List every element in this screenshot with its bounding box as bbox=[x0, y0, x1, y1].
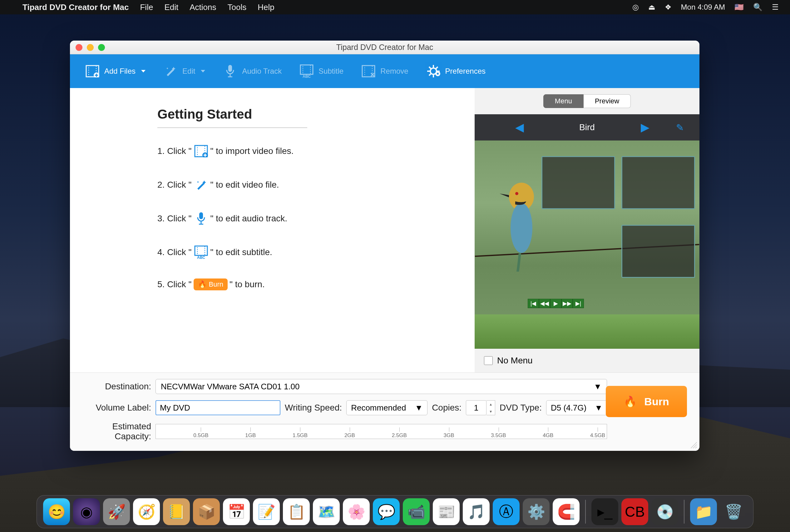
copies-input[interactable] bbox=[466, 400, 487, 415]
svg-rect-20 bbox=[195, 246, 207, 255]
dock-contacts[interactable]: 📒 bbox=[163, 498, 190, 525]
audio-track-label: Audio Track bbox=[242, 67, 282, 76]
dock-finder[interactable]: 😊 bbox=[43, 498, 70, 525]
minimize-button[interactable] bbox=[87, 44, 94, 51]
airplay-icon[interactable]: ⏏ bbox=[648, 3, 655, 12]
menu-edit[interactable]: Edit bbox=[164, 2, 178, 12]
clock[interactable]: Mon 4:09 AM bbox=[681, 3, 725, 12]
next-theme-button[interactable]: ▶ bbox=[641, 121, 650, 134]
menu-thumb-2[interactable] bbox=[621, 156, 695, 209]
menu-thumb-1[interactable] bbox=[542, 156, 615, 209]
copies-spinner[interactable]: ▲▼ bbox=[487, 400, 495, 415]
close-button[interactable] bbox=[76, 44, 82, 51]
prev-theme-button[interactable]: ◀ bbox=[515, 121, 524, 134]
titlebar[interactable]: Tipard DVD Creator for Mac bbox=[70, 41, 699, 54]
right-pane: Menu Preview ◀ Bird ▶ ✎ bbox=[475, 88, 699, 373]
spotlight-icon[interactable]: 🔍 bbox=[753, 3, 763, 12]
dock-appstore[interactable]: Ⓐ bbox=[493, 498, 520, 525]
last-button[interactable]: ▶| bbox=[573, 299, 584, 308]
zoom-button[interactable] bbox=[98, 44, 105, 51]
dock-app-2[interactable]: 🧲 bbox=[553, 498, 580, 525]
preferences-button[interactable]: Preferences bbox=[420, 64, 491, 79]
menu-help[interactable]: Help bbox=[258, 2, 274, 12]
menu-actions[interactable]: Actions bbox=[190, 2, 216, 12]
chevron-down-icon: ▼ bbox=[595, 403, 603, 413]
capacity-tick: 4GB bbox=[543, 432, 553, 439]
dock-settings[interactable]: ⚙️ bbox=[523, 498, 549, 525]
subtitle-icon: ABC bbox=[299, 64, 314, 79]
destination-select[interactable]: NECVMWar VMware SATA CD01 1.00 ▼ bbox=[155, 379, 607, 394]
dock-app-1[interactable]: 📦 bbox=[193, 498, 220, 525]
remove-button[interactable]: Remove bbox=[355, 64, 414, 79]
svg-point-26 bbox=[515, 192, 518, 195]
dock-siri[interactable]: ◉ bbox=[73, 498, 100, 525]
menu-file[interactable]: File bbox=[140, 2, 153, 12]
gs-step-1: 1. Click " " to import video files. bbox=[157, 144, 462, 158]
preferences-label: Preferences bbox=[445, 67, 486, 76]
gs-step-2: 2. Click " " to edit video file. bbox=[157, 177, 462, 192]
dock-reminders[interactable]: 📋 bbox=[283, 498, 310, 525]
dock-launchpad[interactable]: 🚀 bbox=[103, 498, 130, 525]
main-pane: Getting Started 1. Click " " to import v… bbox=[70, 88, 475, 373]
first-button[interactable]: |◀ bbox=[528, 299, 539, 308]
dock-downloads[interactable]: 📁 bbox=[690, 498, 717, 525]
tab-menu[interactable]: Menu bbox=[543, 94, 584, 108]
dock-app-3[interactable]: CB bbox=[621, 498, 648, 525]
subtitle-button[interactable]: ABC Subtitle bbox=[294, 64, 349, 79]
writing-speed-select[interactable]: Recommended▼ bbox=[346, 400, 428, 415]
menu-thumb-3[interactable] bbox=[621, 225, 695, 278]
add-files-label: Add Files bbox=[104, 67, 135, 76]
dock-terminal[interactable]: ▸_ bbox=[591, 498, 618, 525]
subtitle-icon: ABC bbox=[193, 245, 209, 260]
add-files-icon bbox=[85, 64, 100, 79]
dock-messages[interactable]: 💬 bbox=[373, 498, 400, 525]
capacity-tick: 3GB bbox=[444, 432, 454, 439]
menu-theme-nav: ◀ Bird ▶ ✎ bbox=[475, 114, 699, 140]
play-button[interactable]: ▶ bbox=[550, 299, 561, 308]
edit-button[interactable]: Edit bbox=[157, 64, 211, 79]
dock-separator bbox=[585, 500, 586, 524]
volume-label-input[interactable] bbox=[155, 400, 280, 415]
status-icon-1[interactable]: ◎ bbox=[632, 3, 639, 12]
capacity-tick: 1.5GB bbox=[293, 432, 307, 439]
capacity-tick: 4.5GB bbox=[590, 432, 605, 439]
copies-label: Copies: bbox=[432, 403, 462, 413]
dock-notes[interactable]: 📝 bbox=[253, 498, 280, 525]
dock-separator bbox=[684, 500, 684, 524]
resize-grip-icon[interactable] bbox=[690, 441, 698, 449]
add-files-button[interactable]: Add Files bbox=[79, 64, 151, 79]
no-menu-checkbox[interactable] bbox=[484, 356, 493, 365]
dock-safari[interactable]: 🧭 bbox=[133, 498, 160, 525]
dock-dvd-creator[interactable]: 💿 bbox=[651, 498, 678, 525]
add-files-icon bbox=[193, 144, 209, 158]
forward-button[interactable]: ▶▶ bbox=[561, 299, 573, 308]
menu-preview[interactable]: |◀ ◀◀ ▶ ▶▶ ▶| bbox=[475, 140, 699, 349]
svg-text:ABC: ABC bbox=[303, 74, 311, 78]
dock-calendar[interactable]: 📅 bbox=[223, 498, 250, 525]
dock-facetime[interactable]: 📹 bbox=[403, 498, 430, 525]
tab-preview[interactable]: Preview bbox=[584, 94, 631, 108]
audio-track-button[interactable]: Audio Track bbox=[217, 64, 287, 79]
rewind-button[interactable]: ◀◀ bbox=[539, 299, 550, 308]
capacity-tick: 3.5GB bbox=[491, 432, 506, 439]
dock-maps[interactable]: 🗺️ bbox=[313, 498, 340, 525]
dvd-type-select[interactable]: D5 (4.7G)▼ bbox=[546, 400, 607, 415]
capacity-bar: 0.5GB1GB1.5GB2GB2.5GB3GB3.5GB4GB4.5GB bbox=[155, 424, 607, 439]
no-menu-label: No Menu bbox=[497, 356, 533, 366]
dock-itunes[interactable]: 🎵 bbox=[463, 498, 490, 525]
dock-news[interactable]: 📰 bbox=[433, 498, 459, 525]
dock-photos[interactable]: 🌸 bbox=[343, 498, 370, 525]
dock-trash[interactable]: 🗑️ bbox=[720, 498, 747, 525]
menu-list-icon[interactable]: ☰ bbox=[772, 3, 779, 12]
app-menu[interactable]: Tipard DVD Creator for Mac bbox=[22, 2, 129, 12]
menu-tools[interactable]: Tools bbox=[227, 2, 246, 12]
flag-icon[interactable]: 🇺🇸 bbox=[734, 3, 744, 12]
getting-started-title: Getting Started bbox=[157, 107, 462, 122]
status-icon-3[interactable]: ❖ bbox=[665, 3, 672, 12]
writing-speed-label: Writing Speed: bbox=[285, 403, 342, 413]
capacity-label: Estimated Capacity: bbox=[79, 421, 151, 441]
gs-step-3: 3. Click " " to edit audio track. bbox=[157, 211, 462, 226]
edit-theme-button[interactable]: ✎ bbox=[676, 122, 684, 133]
playback-controls: |◀ ◀◀ ▶ ▶▶ ▶| bbox=[528, 299, 584, 308]
burn-button[interactable]: 🔥 Burn bbox=[606, 386, 687, 417]
